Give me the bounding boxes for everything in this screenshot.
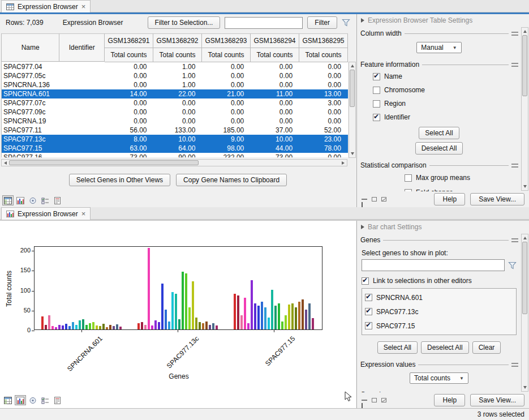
feature-checkbox-region[interactable]: Region bbox=[373, 97, 521, 110]
vertical-scroll-thumb[interactable] bbox=[350, 70, 355, 107]
table-row[interactable]: SPNCRNA.1360.001.000.000.000.00 bbox=[2, 80, 348, 89]
expression-values-dropdown[interactable]: Total counts ▼ bbox=[410, 372, 468, 384]
cell-identifier[interactable] bbox=[60, 108, 105, 117]
side-panel-arrow-icon[interactable] bbox=[361, 225, 364, 229]
tab-close-icon[interactable]: × bbox=[81, 4, 86, 10]
cell-count[interactable]: 73.00 bbox=[251, 153, 299, 157]
cell-count[interactable]: 0.00 bbox=[105, 98, 154, 108]
list-check-view-icon[interactable] bbox=[40, 395, 51, 405]
cell-identifier[interactable] bbox=[60, 89, 105, 98]
cell-count[interactable]: 8.00 bbox=[105, 135, 154, 144]
help-button[interactable]: Help bbox=[434, 193, 465, 205]
sample-column-header[interactable]: GSM1368291Total counts bbox=[105, 33, 153, 62]
deselect-all-button[interactable]: Deselect All bbox=[415, 142, 463, 155]
cell-name[interactable]: SPAC977.15 bbox=[2, 144, 60, 153]
table-row[interactable]: SPAC977.13c8.0010.009.0010.0023.00 bbox=[2, 135, 348, 144]
cell-count[interactable]: 0.00 bbox=[202, 98, 251, 108]
feature-checkbox-identifier[interactable]: Identifier bbox=[373, 110, 521, 124]
scroll-up-icon[interactable] bbox=[351, 65, 354, 67]
cell-identifier[interactable] bbox=[60, 153, 105, 157]
collapse-section-icon[interactable] bbox=[511, 238, 518, 242]
save-view-button[interactable]: Save View... bbox=[470, 394, 524, 406]
cell-count[interactable]: 78.00 bbox=[299, 144, 348, 153]
cell-count[interactable]: 0.00 bbox=[105, 62, 154, 71]
checkbox[interactable] bbox=[373, 114, 380, 121]
cell-name[interactable]: SPNCRNA.136 bbox=[2, 80, 60, 89]
collapse-section-icon[interactable] bbox=[511, 164, 518, 168]
cell-count[interactable]: 0.00 bbox=[105, 117, 154, 126]
cell-count[interactable]: 0.00 bbox=[299, 71, 348, 80]
cell-count[interactable]: 21.00 bbox=[202, 89, 251, 98]
table-vertical-scrollbar[interactable] bbox=[349, 62, 356, 158]
cell-count[interactable]: 52.00 bbox=[299, 126, 348, 135]
cell-identifier[interactable] bbox=[60, 62, 105, 71]
scroll-up-icon[interactable] bbox=[523, 30, 527, 33]
cell-count[interactable]: 13.00 bbox=[299, 89, 348, 98]
select-all-button[interactable]: Select All bbox=[377, 341, 418, 354]
cell-name[interactable]: SPAC977.07c bbox=[2, 98, 60, 108]
cell-count[interactable]: 56.00 bbox=[105, 126, 154, 135]
cell-count[interactable]: 11.00 bbox=[251, 89, 299, 98]
cell-count[interactable]: 133.00 bbox=[154, 126, 203, 135]
cell-name[interactable]: SPAC977.13c bbox=[2, 135, 60, 144]
select-all-button[interactable]: Select All bbox=[419, 127, 459, 139]
table-row[interactable]: SPAC977.09c0.000.000.000.000.00 bbox=[2, 108, 348, 117]
cell-count[interactable]: 1.00 bbox=[154, 62, 203, 71]
list-check-view-icon[interactable] bbox=[40, 195, 51, 205]
column-header-name[interactable]: Name bbox=[2, 33, 59, 62]
table-row[interactable]: SPAC977.040.001.000.000.000.00 bbox=[2, 62, 348, 71]
select-genes-other-views-button[interactable]: Select Genes in Other Views bbox=[69, 174, 170, 186]
cell-count[interactable]: 0.00 bbox=[251, 71, 299, 80]
funnel-filter-icon[interactable] bbox=[508, 262, 517, 269]
cell-count[interactable]: 0.00 bbox=[202, 80, 251, 89]
cell-identifier[interactable] bbox=[60, 126, 105, 135]
cell-count[interactable]: 9.00 bbox=[202, 135, 251, 144]
cell-count[interactable]: 0.00 bbox=[299, 80, 348, 89]
dock-panel-icon[interactable] bbox=[381, 197, 386, 202]
table-row[interactable]: SPNCRNA.60114.0022.0021.0011.0013.00 bbox=[2, 89, 348, 98]
checkbox[interactable] bbox=[365, 308, 372, 315]
cell-count[interactable]: 0.00 bbox=[299, 117, 348, 126]
table-horizontal-scrollbar[interactable] bbox=[1, 159, 347, 166]
cell-count[interactable]: 0.00 bbox=[299, 62, 348, 71]
cell-count[interactable]: 1.00 bbox=[154, 80, 203, 89]
feature-checkbox-chromosome[interactable]: Chromosome bbox=[373, 83, 521, 97]
checkbox[interactable] bbox=[373, 100, 380, 108]
gene-item-spncrna-601[interactable]: SPNCRNA.601 bbox=[365, 290, 513, 305]
graph-view-icon[interactable] bbox=[27, 195, 38, 205]
tab-expression-browser-table[interactable]: Expression Browser × bbox=[1, 0, 91, 12]
sample-column-header[interactable]: GSM1368294Total counts bbox=[251, 33, 299, 62]
cell-name[interactable]: SPAC977.16 bbox=[2, 153, 60, 157]
section-grouping[interactable]: Grouping bbox=[357, 388, 521, 392]
cell-count[interactable]: 90.00 bbox=[154, 153, 203, 157]
cell-count[interactable]: 232.00 bbox=[202, 153, 251, 157]
cell-count[interactable]: 0.00 bbox=[202, 62, 251, 71]
cell-name[interactable]: SPAC977.09c bbox=[2, 108, 60, 117]
report-view-icon[interactable] bbox=[52, 395, 63, 405]
cell-count[interactable]: 0.00 bbox=[154, 117, 203, 126]
table-row[interactable]: SPAC977.1673.0090.00232.0073.000.00 bbox=[2, 153, 348, 157]
cell-count[interactable]: 0.00 bbox=[154, 108, 203, 117]
table-row[interactable]: SPAC977.1563.0064.0098.0044.0078.00 bbox=[2, 144, 348, 153]
tab-close-icon[interactable]: × bbox=[81, 211, 86, 217]
feature-checkbox-name[interactable]: Name bbox=[373, 70, 521, 83]
help-button[interactable]: Help bbox=[434, 394, 465, 406]
gene-item-spac977-13c[interactable]: SPAC977.13c bbox=[365, 305, 513, 319]
filter-input[interactable] bbox=[225, 17, 303, 29]
scroll-left-icon[interactable] bbox=[4, 161, 7, 165]
column-width-dropdown[interactable]: Manual ▼ bbox=[416, 42, 461, 53]
checkbox[interactable] bbox=[373, 87, 380, 94]
cell-identifier[interactable] bbox=[60, 117, 105, 126]
collapse-section-icon[interactable] bbox=[511, 363, 518, 367]
save-view-button[interactable]: Save View... bbox=[470, 193, 524, 205]
cell-count[interactable]: 98.00 bbox=[202, 144, 251, 153]
cell-identifier[interactable] bbox=[60, 144, 105, 153]
scroll-up-icon[interactable] bbox=[523, 237, 527, 239]
sample-name[interactable]: GSM1368295 bbox=[299, 34, 347, 48]
cell-count[interactable]: 0.00 bbox=[202, 71, 251, 80]
section-expression-values[interactable]: Expression values bbox=[357, 358, 521, 370]
section-statistical-comparison[interactable]: Statistical comparison bbox=[357, 159, 521, 170]
cell-count[interactable]: 63.00 bbox=[105, 144, 154, 153]
checkbox[interactable] bbox=[365, 294, 372, 301]
report-view-icon[interactable] bbox=[52, 195, 63, 205]
